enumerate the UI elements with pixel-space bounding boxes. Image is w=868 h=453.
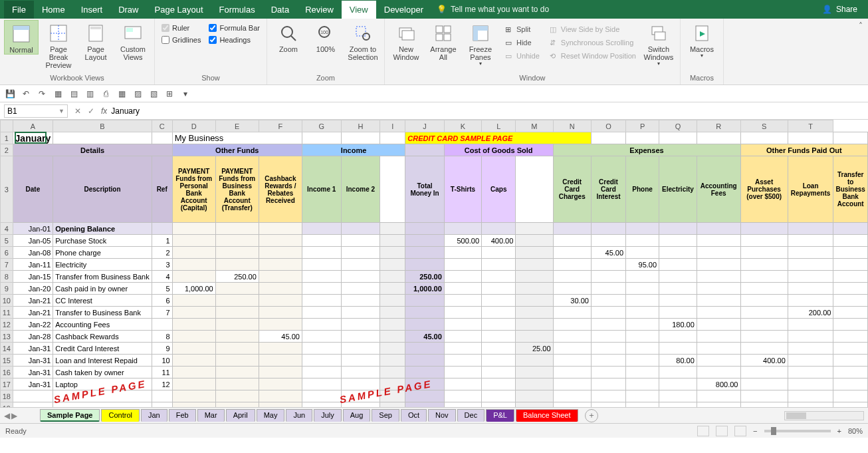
cell-E1[interactable]: My Business [172,132,302,144]
cell-banner[interactable]: CREDIT CARD SAMPLE PAGE [405,132,592,144]
formula-bar-checkbox[interactable]: Formula Bar [209,24,260,32]
qat-btn-3[interactable]: ▥ [84,88,96,100]
sheet-tab-nov[interactable]: Nov [428,409,456,422]
switch-windows-button[interactable]: Switch Windows▾ [641,20,676,67]
tab-draw[interactable]: Draw [110,1,146,19]
gridlines-checkbox[interactable]: Gridlines [162,36,201,44]
sheet-tab-april[interactable]: April [226,409,255,422]
arrange-all-button[interactable]: Arrange All [426,20,461,61]
zoom-level[interactable]: 80% [848,427,863,435]
macros-button[interactable]: Macros▾ [685,20,719,59]
show-label: Show [159,73,263,84]
cancel-icon[interactable]: ✕ [74,106,81,116]
tab-next-icon[interactable]: ▶ [11,411,17,420]
qat-btn-8[interactable]: ⊞ [163,88,175,100]
sheet-tab-oct[interactable]: Oct [401,409,427,422]
tell-me[interactable]: 💡 Tell me what you want to do [437,5,549,14]
hdr-details[interactable]: Details [13,144,172,156]
horizontal-scrollbar[interactable] [784,411,864,420]
tab-page-layout[interactable]: Page Layout [147,1,211,19]
workbook-views-label: Workbook Views [4,73,150,84]
normal-label: Normal [9,46,33,54]
page-layout-button[interactable]: Page Layout [78,20,113,61]
new-sheet-button[interactable]: ＋ [585,409,598,422]
zoom-100-button[interactable]: 100100% [308,20,343,53]
page-break-view-icon[interactable] [734,426,746,436]
row-header[interactable]: 1 [1,132,13,144]
qat-btn-6[interactable]: ▨ [132,88,144,100]
macros-group-label: Macros [685,73,719,84]
hdr-income[interactable]: Income [302,144,405,156]
name-box[interactable]: B1▼ [4,104,68,118]
sheet-tab-balance-sheet[interactable]: Balance Sheet [516,409,578,422]
zoom-selection-button[interactable]: Zoom to Selection [346,20,380,61]
sheet-tab-sep[interactable]: Sep [372,409,399,422]
tab-home[interactable]: Home [34,1,73,19]
sheet-tab-may[interactable]: May [257,409,285,422]
page-layout-view-icon[interactable] [716,426,728,436]
normal-view-icon[interactable] [697,426,709,436]
switch-label: Switch Windows [641,45,676,61]
zoom-button[interactable]: Zoom [271,20,306,53]
zoom-in-icon[interactable]: + [837,427,841,435]
new-window-label: New Window [389,45,423,61]
qat-more-icon[interactable]: ▾ [179,88,191,100]
sheet-tab-mar[interactable]: Mar [197,409,225,422]
custom-views-label: Custom Views [116,45,150,61]
sheet-tab-sample-page[interactable]: Sample Page [40,409,100,422]
tab-developer[interactable]: Developer [376,1,431,19]
headings-checkbox[interactable]: Headings [209,36,260,44]
qat-btn-7[interactable]: ▧ [148,88,160,100]
ruler-checkbox[interactable]: Ruler [162,24,201,32]
sheet-tab-jun[interactable]: Jun [286,409,312,422]
sheet-tab-aug[interactable]: Aug [343,409,371,422]
sheet-tab-july[interactable]: July [314,409,342,422]
sheet-tab-p&l[interactable]: P&L [486,409,514,422]
split-button[interactable]: ⊞Split [502,23,541,36]
sheet-tab-control[interactable]: Control [101,409,139,422]
fx-icon[interactable]: fx [101,106,107,116]
tab-file[interactable]: File [4,1,34,19]
tab-formulas[interactable]: Formulas [211,1,263,19]
undo-icon[interactable]: ↶ [20,88,32,100]
redo-icon[interactable]: ↷ [36,88,48,100]
tab-insert[interactable]: Insert [73,1,111,19]
hide-button[interactable]: ▭Hide [502,36,541,49]
new-window-button[interactable]: New Window [389,20,423,61]
hdr-exp[interactable]: Expenses [553,144,740,156]
tab-view[interactable]: View [342,1,376,19]
sheet-tab-feb[interactable]: Feb [169,409,196,422]
hdr-cogs[interactable]: Cost of Goods Sold [444,144,553,156]
chevron-down-icon: ▼ [58,108,64,114]
custom-views-button[interactable]: Custom Views [116,20,150,61]
formula-input[interactable] [107,104,868,118]
normal-view-button[interactable]: Normal [4,20,39,55]
hdr-other[interactable]: Other Funds [172,144,302,156]
cell-B1[interactable]: January [13,132,53,144]
qat-btn-5[interactable]: ▦ [116,88,128,100]
enter-icon[interactable]: ✓ [88,106,94,116]
svg-rect-1 [13,26,29,30]
tab-review[interactable]: Review [297,1,342,19]
worksheet[interactable]: ABCDEFGHIJKLMNOPQRST 1 January My Busine… [0,120,868,407]
svg-rect-19 [436,34,443,41]
hdr-paidout[interactable]: Other Funds Paid Out [740,144,868,156]
save-icon[interactable]: 💾 [4,88,16,100]
page-break-button[interactable]: Page Break Preview [41,20,76,69]
zoom-slider[interactable] [764,430,831,432]
tell-me-label: Tell me what you want to do [451,5,549,14]
freeze-panes-button[interactable]: Freeze Panes▾ [463,20,498,67]
ribbon: Normal Page Break Preview Page Layout Cu… [0,19,868,85]
qat-btn-1[interactable]: ▦ [52,88,64,100]
tab-data[interactable]: Data [263,1,297,19]
sheet-tab-jan[interactable]: Jan [141,409,167,422]
qat-btn-2[interactable]: ▤ [68,88,80,100]
bulb-icon: 💡 [437,5,447,14]
sheet-tab-dec[interactable]: Dec [457,409,485,422]
column-headers[interactable]: ABCDEFGHIJKLMNOPQRST [1,120,868,132]
tab-prev-icon[interactable]: ◀ [4,411,10,420]
share-button[interactable]: 👤 Share [822,5,864,14]
collapse-ribbon-icon[interactable]: ˄ [853,19,868,84]
zoom-out-icon[interactable]: − [753,427,757,435]
qat-btn-4[interactable]: ⎙ [100,88,112,100]
